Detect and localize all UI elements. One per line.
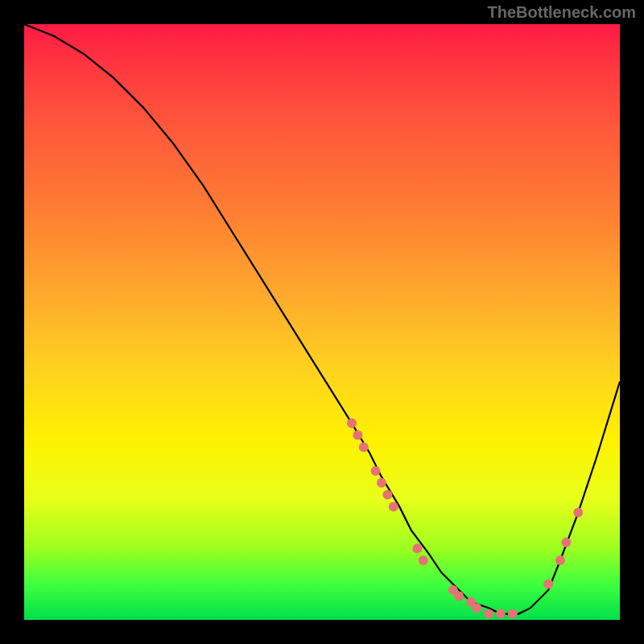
curve-marker (412, 543, 422, 553)
curve-marker (508, 609, 518, 619)
curve-marker (382, 490, 392, 500)
curve-markers (347, 419, 583, 619)
curve-marker (496, 609, 506, 619)
chart-frame: TheBottleneck.com (0, 0, 644, 644)
gradient-plot-area (24, 24, 620, 620)
curve-marker (555, 555, 565, 565)
curve-marker (561, 538, 571, 547)
curve-marker (359, 442, 369, 452)
curve-marker (419, 555, 428, 565)
watermark-text: TheBottleneck.com (488, 3, 636, 22)
curve-marker (377, 478, 386, 488)
curve-marker (573, 508, 583, 518)
curve-marker (472, 603, 481, 613)
curve-marker (371, 466, 381, 476)
curve-marker (484, 609, 493, 619)
curve-marker (543, 580, 553, 589)
curve-marker (389, 502, 398, 511)
bottleneck-curve (24, 24, 620, 614)
curve-marker (353, 431, 362, 440)
curve-marker (454, 591, 464, 601)
curve-marker (347, 419, 357, 428)
curve-svg (24, 24, 620, 620)
